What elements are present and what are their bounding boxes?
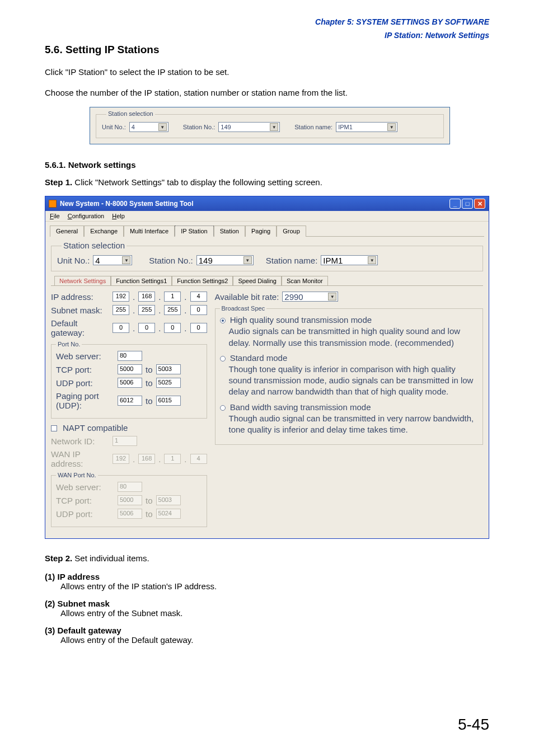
- wan-udp-to: 5024: [156, 509, 181, 519]
- sel-stationno-label: Station No.:: [149, 256, 193, 265]
- sm-2[interactable]: 255: [138, 305, 155, 315]
- gw-2[interactable]: 0: [138, 323, 155, 333]
- gw-1[interactable]: 0: [113, 323, 129, 333]
- settings-window: New System - N-8000 System Setting Tool …: [45, 196, 489, 539]
- tab-group[interactable]: Group: [277, 226, 306, 237]
- item-1-num: (1): [45, 572, 55, 581]
- chapter-header: Chapter 5: SYSTEM SETTINGS BY SOFTWARE: [45, 17, 489, 27]
- napt-checkbox[interactable]: [51, 425, 57, 431]
- gw-3[interactable]: 0: [164, 323, 181, 333]
- broadcast-spec-legend: Broadcast Spec: [220, 305, 267, 312]
- tab-general[interactable]: General: [50, 226, 84, 237]
- wanport-legend: WAN Port No.: [56, 472, 98, 478]
- titlebar: New System - N-8000 System Setting Tool …: [45, 196, 489, 211]
- subtab-function-settings1[interactable]: Function Settings1: [111, 276, 172, 285]
- wanip1: 192: [113, 454, 129, 464]
- sel-stationno-value: 149: [199, 256, 213, 265]
- wanip2: 168: [138, 454, 155, 464]
- paging-from[interactable]: 6012: [118, 396, 142, 406]
- radio-high-quality-label: High quality sound transmission mode: [230, 315, 372, 325]
- item-1-label: IP address: [58, 572, 100, 581]
- gateway-label: Default gateway:: [51, 318, 109, 337]
- udp-to[interactable]: 5025: [156, 378, 181, 388]
- item-2-label: Subnet mask: [58, 599, 110, 608]
- ip-1[interactable]: 192: [113, 292, 129, 302]
- tab-station[interactable]: Station: [214, 226, 245, 237]
- chevron-down-icon[interactable]: ▼: [387, 123, 396, 131]
- tab-multi-interface[interactable]: Multi Interface: [124, 226, 175, 237]
- menu-help[interactable]: Help: [112, 213, 125, 219]
- to-label: to: [146, 509, 153, 519]
- item-3-num: (3): [45, 626, 55, 635]
- tcp-from[interactable]: 5000: [118, 364, 142, 374]
- tcp-label: TCP port:: [56, 365, 114, 374]
- tab-exchange[interactable]: Exchange: [84, 226, 124, 237]
- sel-stationno[interactable]: 149 ▼: [196, 255, 254, 265]
- tab-paging[interactable]: Paging: [245, 226, 277, 237]
- sel-unitno-label: Unit No.:: [57, 256, 90, 265]
- page-number: 5-45: [458, 716, 489, 734]
- sel-stationname-label: Station name:: [266, 256, 318, 265]
- step-1-text: Click "Network Settings" tab to display …: [74, 177, 322, 187]
- station-no-select[interactable]: 149 ▼: [218, 122, 280, 132]
- step-1-label: Step 1.: [45, 177, 72, 187]
- to-label: to: [146, 378, 153, 388]
- ip-4[interactable]: 4: [190, 292, 207, 302]
- subtab-scan-monitor[interactable]: Scan Monitor: [282, 276, 328, 285]
- radio-standard[interactable]: [220, 356, 226, 361]
- item-2-num: (2): [45, 599, 55, 608]
- radio-bandwidth-label: Band width saving transmission mode: [230, 402, 371, 412]
- wanip4: 4: [190, 454, 207, 464]
- unit-no-value: 4: [132, 124, 135, 130]
- radio-high-quality[interactable]: [220, 318, 226, 323]
- web-port[interactable]: 80: [118, 351, 142, 361]
- wan-tcp-from: 5000: [118, 495, 142, 505]
- sm-4[interactable]: 0: [190, 305, 207, 315]
- item-3-desc: Allows entry of the Default gateway.: [60, 635, 489, 645]
- abr-select[interactable]: 2990 ▼: [282, 292, 338, 302]
- chevron-down-icon[interactable]: ▼: [243, 256, 252, 264]
- app-icon: [49, 200, 57, 208]
- item-1-desc: Allows entry of the IP station's IP addr…: [60, 581, 489, 591]
- sm-1[interactable]: 255: [113, 305, 129, 315]
- udp-from[interactable]: 5006: [118, 378, 142, 388]
- wan-tcp-to: 5003: [156, 495, 181, 505]
- item-2-desc: Allows entry of the Subnet mask.: [60, 608, 489, 618]
- chevron-down-icon[interactable]: ▼: [328, 293, 336, 300]
- tcp-to[interactable]: 5003: [156, 364, 181, 374]
- window-title: New System - N-8000 System Setting Tool: [60, 200, 194, 208]
- chevron-down-icon[interactable]: ▼: [368, 256, 376, 264]
- menu-file[interactable]: File: [50, 213, 60, 219]
- netid-label: Network ID:: [51, 436, 109, 446]
- station-name-select[interactable]: IPM1 ▼: [336, 122, 397, 132]
- intro-1: Click "IP Station" to select the IP stat…: [45, 66, 489, 79]
- chevron-down-icon[interactable]: ▼: [158, 123, 167, 131]
- unit-no-select[interactable]: 4 ▼: [129, 122, 168, 132]
- radio-bandwidth[interactable]: [220, 405, 226, 411]
- udp-label: UDP port:: [56, 378, 114, 388]
- minimize-button[interactable]: _: [449, 199, 461, 209]
- chevron-down-icon[interactable]: ▼: [270, 123, 278, 131]
- abr-label: Available bit rate:: [215, 292, 279, 302]
- step-2-text: Set individual items.: [74, 553, 149, 563]
- maximize-button[interactable]: □: [462, 199, 473, 209]
- netid-input: 1: [113, 436, 137, 446]
- abr-value: 2990: [284, 292, 303, 302]
- paging-to[interactable]: 6015: [156, 396, 181, 406]
- ip-3[interactable]: 1: [164, 292, 181, 302]
- menu-configuration[interactable]: Configuration: [68, 213, 104, 219]
- subtab-speed-dialing[interactable]: Speed Dialing: [233, 276, 282, 285]
- subtab-function-settings2[interactable]: Function Settings2: [172, 276, 233, 285]
- to-label: to: [146, 396, 153, 406]
- chevron-down-icon[interactable]: ▼: [122, 256, 130, 264]
- sm-3[interactable]: 255: [164, 305, 181, 315]
- tab-ip-station[interactable]: IP Station: [175, 226, 214, 237]
- sel-stationname[interactable]: IPM1 ▼: [321, 255, 378, 265]
- item-3-label: Default gateway: [58, 626, 121, 635]
- close-button[interactable]: ✕: [474, 199, 485, 209]
- sel-unitno[interactable]: 4 ▼: [93, 255, 132, 265]
- subtab-network-settings[interactable]: Network Settings: [54, 276, 111, 285]
- station-name-label: Station name:: [294, 124, 332, 130]
- gw-4[interactable]: 0: [190, 323, 207, 333]
- ip-2[interactable]: 168: [138, 292, 155, 302]
